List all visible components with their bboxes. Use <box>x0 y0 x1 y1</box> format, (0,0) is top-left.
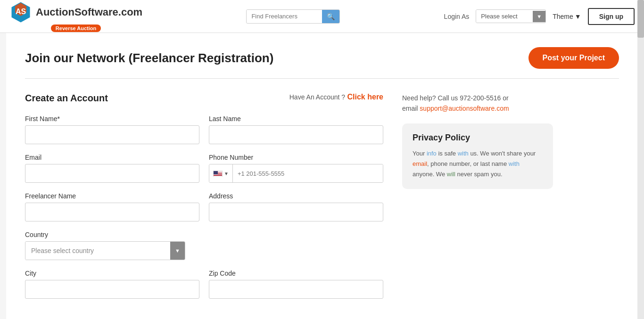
login-select-container: Please select Freelancer Client ▼ <box>476 9 546 23</box>
email-label: Email <box>25 154 199 161</box>
form-section: Create an Account Have An Account ? Clic… <box>25 79 619 308</box>
search-input[interactable] <box>247 10 322 23</box>
help-call-text: Need help? Call us 972-200-5516 or <box>402 94 509 102</box>
phone-input-wrapper: ▼ <box>209 164 383 183</box>
form-right: Need help? Call us 972-200-5516 or email… <box>402 93 553 308</box>
svg-text:AS: AS <box>16 8 26 16</box>
privacy-email-highlight: email <box>413 160 427 167</box>
theme-arrow-icon: ▼ <box>575 13 581 20</box>
privacy-with2-highlight: with <box>509 160 520 167</box>
header: AS AuctionSoftware.com Reverse Auction 🔍… <box>0 0 644 33</box>
logo-area: AS AuctionSoftware.com Reverse Auction <box>9 1 142 32</box>
last-name-group: Last Name <box>209 115 383 144</box>
header-right: Login As Please select Freelancer Client… <box>444 8 635 25</box>
phone-dropdown-arrow-icon: ▼ <box>224 171 229 176</box>
post-project-button[interactable]: Post your Project <box>528 47 619 69</box>
help-section: Need help? Call us 972-200-5516 or email… <box>402 93 553 114</box>
name-row: First Name* Last Name <box>25 115 383 144</box>
country-label: Country <box>25 231 199 238</box>
us-flag-icon <box>213 171 223 177</box>
form-left: Create an Account Have An Account ? Clic… <box>25 93 383 308</box>
country-row: Country Please select country United Sta… <box>25 231 383 260</box>
freelancer-name-label: Freelancer Name <box>25 192 199 200</box>
help-email-text: email <box>402 105 418 112</box>
country-select[interactable]: Please select country United States Unit… <box>25 242 170 260</box>
signup-button[interactable]: Sign up <box>588 8 635 25</box>
privacy-with-highlight: with <box>458 150 469 157</box>
login-as-label: Login As <box>444 13 470 20</box>
zip-input[interactable] <box>209 280 383 299</box>
city-input[interactable] <box>25 280 199 299</box>
logo-text: AuctionSoftware.com <box>36 6 142 18</box>
reverse-auction-badge: Reverse Auction <box>51 25 101 32</box>
country-spacer <box>209 231 383 260</box>
address-input[interactable] <box>209 203 383 221</box>
search-icon: 🔍 <box>327 13 335 20</box>
search-button[interactable]: 🔍 <box>322 10 339 23</box>
country-group: Country Please select country United Sta… <box>25 231 199 260</box>
click-here-link[interactable]: Click here <box>347 93 383 101</box>
main-content: Join our Network (Freelancer Registratio… <box>6 33 638 319</box>
email-group: Email <box>25 154 199 183</box>
zip-label: Zip Code <box>209 270 383 277</box>
zip-group: Zip Code <box>209 270 383 299</box>
scrollbar[interactable] <box>637 0 644 319</box>
freelancer-name-group: Freelancer Name <box>25 192 199 221</box>
city-zip-row: City Zip Code <box>25 270 383 299</box>
last-name-label: Last Name <box>209 115 383 123</box>
first-name-label: First Name* <box>25 115 199 123</box>
have-account-text: Have An Account ? <box>289 93 345 101</box>
address-label: Address <box>209 192 383 200</box>
search-container: 🔍 <box>246 9 340 24</box>
phone-flag-selector[interactable]: ▼ <box>209 164 233 182</box>
last-name-input[interactable] <box>209 125 383 144</box>
theme-label: Theme <box>553 13 573 20</box>
email-input[interactable] <box>25 164 199 183</box>
theme-button[interactable]: Theme ▼ <box>553 13 581 20</box>
first-name-group: First Name* <box>25 115 199 144</box>
privacy-policy-box: Privacy Policy Your info is safe with us… <box>402 123 553 189</box>
page-title-row: Join our Network (Freelancer Registratio… <box>25 33 619 79</box>
privacy-info-highlight: info <box>427 150 437 157</box>
login-select[interactable]: Please select Freelancer Client <box>476 10 533 23</box>
freelancer-address-row: Freelancer Name Address <box>25 192 383 221</box>
create-account-title: Create an Account <box>25 93 108 104</box>
privacy-will-highlight: will <box>447 171 455 178</box>
logo-icon: AS <box>9 1 32 24</box>
scrollbar-thumb[interactable] <box>637 0 644 38</box>
email-phone-row: Email Phone Number ▼ <box>25 154 383 183</box>
country-dropdown-arrow-icon[interactable]: ▼ <box>170 242 185 260</box>
phone-label: Phone Number <box>209 154 383 161</box>
create-account-header: Create an Account Have An Account ? Clic… <box>25 93 383 104</box>
help-email-link[interactable]: support@auctionsoftware.com <box>420 105 509 112</box>
login-select-arrow-icon[interactable]: ▼ <box>533 11 545 22</box>
address-group: Address <box>209 192 383 221</box>
country-select-wrapper: Please select country United States Unit… <box>25 241 185 260</box>
first-name-input[interactable] <box>25 125 199 144</box>
page-title: Join our Network (Freelancer Registratio… <box>25 51 273 65</box>
phone-group: Phone Number ▼ <box>209 154 383 183</box>
freelancer-name-input[interactable] <box>25 203 199 221</box>
city-label: City <box>25 270 199 277</box>
privacy-policy-title: Privacy Policy <box>413 133 543 143</box>
have-account-area: Have An Account ? Click here <box>289 93 383 101</box>
header-center: 🔍 <box>246 9 340 24</box>
privacy-policy-text: Your info is safe with us. We won't shar… <box>413 148 543 180</box>
city-group: City <box>25 270 199 299</box>
phone-number-input[interactable] <box>233 164 383 182</box>
